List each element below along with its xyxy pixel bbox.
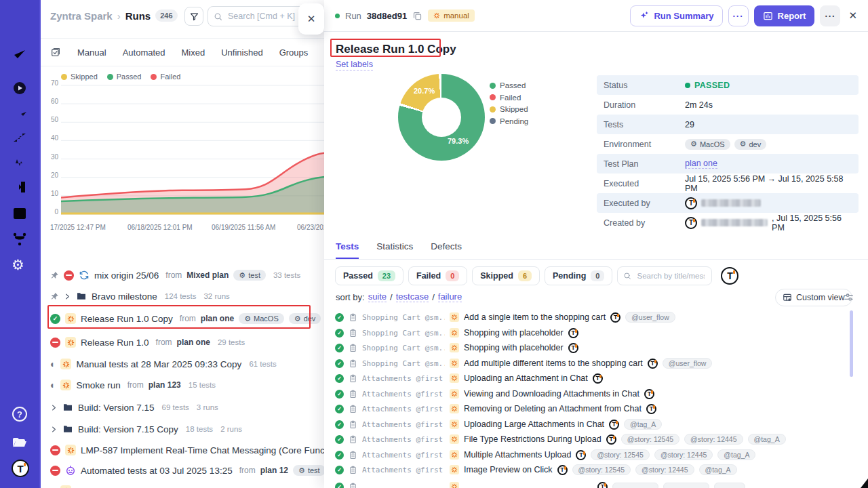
run-plan-link[interactable]: plan 123 <box>149 380 181 390</box>
run-plan-link[interactable]: plan one <box>177 338 210 347</box>
breadcrumb-section[interactable]: Runs <box>125 10 151 22</box>
run-row[interactable]: ◐ Smoke run from plan 123 15 tests <box>41 375 324 394</box>
test-plan-link[interactable]: plan one <box>685 159 717 169</box>
suite-name[interactable]: Shopping Cart @sm... <box>362 359 445 368</box>
test-row[interactable]: ✓ Attachments @first Uploading an Attach… <box>335 371 603 386</box>
tab-statistics[interactable]: Statistics <box>376 241 413 259</box>
suite-name[interactable]: Attachments @first <box>362 420 445 429</box>
suite-name[interactable]: Attachments @first <box>362 390 445 399</box>
suite-name[interactable]: Shopping Cart @sm... <box>362 344 445 352</box>
tag-badge[interactable]: @story: 12445 <box>635 464 694 475</box>
chevron-right-icon[interactable] <box>50 404 58 411</box>
filter-skipped-button[interactable]: Skipped6 <box>472 266 540 285</box>
tag-badge[interactable]: @story: 12445 <box>684 434 743 445</box>
runs-search-input[interactable] <box>226 11 303 22</box>
select-runs-icon[interactable] <box>50 47 61 58</box>
test-row[interactable]: ✓ Attachments @first Image Preview on Cl… <box>335 462 737 477</box>
suite-name[interactable]: Attachments @first <box>362 374 445 383</box>
run-row-selected[interactable]: ✓ Release Run 1.0 Copy from plan one ⚙Ma… <box>41 309 324 328</box>
test-title[interactable]: Shopping with placeholder <box>464 328 564 338</box>
branches-icon[interactable] <box>12 231 28 247</box>
run-row[interactable]: ◐ Manual tests at 28 Mar 2025 09:33 (Rel… <box>41 481 324 488</box>
filter-passed-button[interactable]: Passed23 <box>335 266 403 285</box>
test-plans-icon[interactable] <box>12 103 28 119</box>
run-row[interactable]: Bravo milestone 124 tests 32 runs <box>41 287 324 306</box>
summary-more-button[interactable]: ··· <box>728 5 749 26</box>
assignee-avatar[interactable]: T <box>721 267 738 285</box>
scrollbar-thumb[interactable] <box>850 310 853 377</box>
run-row[interactable]: Build: Version 7.15 69 tests 3 runs <box>41 398 324 417</box>
suite-name[interactable]: Attachments @first <box>362 466 445 474</box>
test-row-partial[interactable]: ✓ T <box>335 479 745 488</box>
tag-badge[interactable]: @tag_A <box>624 419 662 430</box>
report-button[interactable]: Report <box>754 5 815 26</box>
filter-button[interactable] <box>184 7 203 26</box>
test-title[interactable]: Uploading Large Attachments in Chat <box>464 420 604 429</box>
tag-badge[interactable]: @story: 12545 <box>621 434 679 445</box>
tag-badge[interactable]: @story: 12445 <box>654 449 713 460</box>
test-title[interactable]: Add multiple different items to the shop… <box>464 359 643 368</box>
user-avatar[interactable]: T <box>12 460 29 477</box>
tests-search[interactable] <box>617 266 712 285</box>
more-actions-button[interactable]: ··· <box>820 5 840 26</box>
test-title[interactable]: Multiple Attachments Upload <box>464 450 571 460</box>
test-row[interactable]: ✓ Attachments @first Removing or Deletin… <box>335 401 656 416</box>
tag-badge[interactable]: @story: 12545 <box>591 449 649 460</box>
import-icon[interactable] <box>12 179 28 195</box>
test-title[interactable]: Removing or Deleting an Attachment from … <box>464 404 642 413</box>
reports-icon[interactable] <box>12 205 28 222</box>
tab-mixed[interactable]: Mixed <box>182 47 205 58</box>
test-row[interactable]: ✓ Attachments @first Multiple Attachment… <box>335 447 755 462</box>
test-row[interactable]: ✓ Shopping Cart @sm... Shopping with pla… <box>335 340 578 355</box>
tab-automated[interactable]: Automated <box>123 47 165 58</box>
run-summary-button[interactable]: Run Summary <box>630 5 722 26</box>
settings-gear-icon[interactable]: ⚙ <box>12 258 28 274</box>
test-title[interactable]: Shopping with placeholder <box>464 343 564 352</box>
tests-search-input[interactable] <box>635 271 706 281</box>
tab-unfinished[interactable]: Unfinished <box>221 47 262 58</box>
tag-badge[interactable]: @tag_A <box>748 434 786 445</box>
sort-by-testcase[interactable]: testcase <box>396 291 429 302</box>
run-plan-link[interactable]: Mixed plan <box>186 270 229 280</box>
run-plan-link[interactable]: plan one <box>201 314 234 323</box>
copy-icon[interactable] <box>412 11 422 21</box>
custom-view-button[interactable]: Custom view <box>775 289 852 306</box>
close-panel-button[interactable]: ✕ <box>298 3 324 35</box>
tab-groups[interactable]: Groups <box>279 47 309 58</box>
breadcrumb-project[interactable]: Zyntra Spark <box>50 10 113 22</box>
suite-name[interactable]: Attachments @first <box>362 451 445 460</box>
suite-name[interactable]: Shopping Cart @sm... <box>362 313 445 322</box>
steps-icon[interactable] <box>12 129 28 145</box>
run-row[interactable]: Automated tests at 03 Jul 2025 13:25 fro… <box>41 461 324 480</box>
sliders-icon[interactable] <box>843 291 854 303</box>
tag-badge[interactable] <box>663 483 709 488</box>
check-icon[interactable] <box>12 46 28 62</box>
tag-badge[interactable] <box>612 483 658 488</box>
chevron-right-icon[interactable] <box>50 426 58 433</box>
run-row[interactable]: LMP-587 Implement Real-Time Chat Messagi… <box>41 441 324 460</box>
sort-by-failure[interactable]: failure <box>438 291 462 302</box>
test-title[interactable]: Add a single item to the shopping cart <box>464 312 606 322</box>
test-row[interactable]: ✓ Shopping Cart @sm... Add multiple diff… <box>335 356 712 371</box>
filter-pending-button[interactable]: Pending0 <box>545 266 612 285</box>
close-detail-button[interactable]: ✕ <box>848 9 857 22</box>
analytics-icon[interactable] <box>12 155 28 171</box>
test-row[interactable]: ✓ Attachments @first Viewing and Downloa… <box>335 386 654 401</box>
test-title[interactable]: Image Preview on Click <box>464 465 553 474</box>
tag-badge[interactable]: @tag_A <box>699 464 737 475</box>
test-title[interactable]: File Type Restrictions During Upload <box>464 434 601 444</box>
test-row[interactable]: ✓ Shopping Cart @sm... Add a single item… <box>335 310 675 325</box>
run-row[interactable]: Release Run 1.0 from plan one 29 tests <box>41 333 324 352</box>
tag-badge[interactable] <box>714 483 745 488</box>
run-row[interactable]: ◐ Manual tests at 28 Mar 2025 09:33 Copy… <box>41 354 324 373</box>
runs-search[interactable] <box>208 6 309 26</box>
test-row[interactable]: ✓ Attachments @first Uploading Large Att… <box>335 417 662 432</box>
test-title[interactable]: Uploading an Attachment in Chat <box>464 373 588 383</box>
filter-failed-button[interactable]: Failed0 <box>408 266 467 285</box>
tab-manual[interactable]: Manual <box>77 47 106 58</box>
runs-icon[interactable] <box>12 80 28 96</box>
tab-tests[interactable]: Tests <box>336 241 359 259</box>
suite-name[interactable]: Attachments @first <box>362 435 445 444</box>
help-icon[interactable]: ? <box>12 407 27 422</box>
suite-name[interactable]: Shopping Cart @sm... <box>362 329 445 338</box>
